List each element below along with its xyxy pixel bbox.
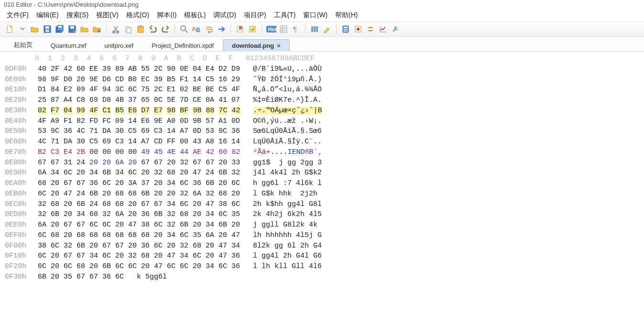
folder-button[interactable] [79, 24, 90, 34]
hex-bytes[interactable]: 32 68 20 6B 24 68 68 20 67 67 34 6C 20 4… [33, 199, 244, 210]
save-button[interactable] [42, 24, 53, 34]
hex-row[interactable]: 0EE0h 6A 20 67 67 6C 6C 20 47 38 6C 32 6… [5, 220, 639, 230]
hex-bytes[interactable]: 38 6C 32 6B 20 67 67 20 36 6C 20 32 68 2… [33, 241, 244, 251]
hex-row[interactable]: 0F10h 6C 20 67 67 34 6C 20 32 68 20 47 3… [5, 251, 639, 261]
para-button[interactable]: ¶ [291, 24, 301, 34]
hex-row[interactable]: 0E40h 4F A9 F1 82 FD FC 09 14 E6 9E A0 0… [5, 116, 639, 127]
hex-row[interactable]: 0F30h 6B 20 35 67 67 36 6C k 5gg6l [5, 272, 639, 282]
tab-3[interactable]: Project_Definition.xpdf [142, 39, 223, 52]
hex-ascii[interactable]: l G$k hhk 2j2h [253, 189, 322, 199]
tab-0[interactable]: 起始页 [5, 38, 42, 52]
hex-ascii[interactable]: @/B`î9‰«U,...äÒÙ [253, 64, 322, 75]
hex-ascii[interactable]: gg1$ j gg 2gg 3 [253, 158, 322, 168]
hex-ascii[interactable]: k 5gg6l [137, 272, 167, 282]
bookmarknav-button[interactable] [247, 24, 258, 34]
hex-row[interactable]: 0ED0h 32 6B 20 34 68 32 6A 20 36 6B 32 6… [5, 209, 639, 220]
menu-project[interactable]: 项目(P) [244, 11, 266, 20]
hex-ascii[interactable]: lh hhhhhh 4l5j G [253, 230, 322, 241]
hex-row[interactable]: 0E20h 25 87 A4 C8 69 D8 4B 37 65 0C 5E 7… [5, 95, 639, 106]
hex-row[interactable]: 0F00h 38 6C 32 6B 20 67 67 20 36 6C 20 3… [5, 241, 639, 251]
hex-ascii[interactable]: j4l 4k4l 2h G$k2 [253, 168, 322, 178]
hex-ascii[interactable]: %‡¤ÈiØK7e.^}Î.A. [253, 95, 322, 106]
hex-ascii[interactable]: LqÚ0ÅiÃ.§Íÿ.C¨.. [253, 137, 322, 147]
hex-ascii[interactable]: h gg6l :7 4l6k l [253, 178, 322, 189]
saveas-button[interactable] [67, 24, 77, 34]
record-button[interactable] [353, 24, 363, 34]
tab-1[interactable]: Quantum.zef [42, 39, 95, 52]
hex-bytes[interactable]: 4C 71 DA 30 C5 69 C3 14 A7 CD FF 00 43 A… [33, 137, 244, 147]
chevron-button[interactable] [17, 24, 28, 34]
hex-row[interactable]: 0E30h 02 F7 04 99 4F C1 B5 E6 D7 E7 98 B… [5, 106, 639, 116]
hex-ascii[interactable]: l lh kll Gll 4l6 [253, 261, 322, 272]
tab-2[interactable]: unitpro.xef [95, 39, 142, 52]
wrap-button[interactable] [204, 24, 214, 34]
findreplace-button[interactable]: AB [191, 24, 202, 34]
cut-button[interactable] [110, 24, 121, 34]
hex-row[interactable]: 0E90h 6A 34 6C 20 34 6B 34 6C 20 32 68 2… [5, 168, 639, 178]
new-button[interactable] [5, 24, 15, 34]
find-button[interactable] [179, 24, 189, 34]
tab-4[interactable]: download.png× [223, 39, 290, 52]
menu-edit[interactable]: 编辑(E) [36, 11, 59, 20]
hex-bytes[interactable]: 6C 68 20 68 68 68 68 68 68 20 34 6C 35 6… [33, 230, 244, 241]
calc-button[interactable] [340, 24, 351, 34]
hex-row[interactable]: 0DF0h 40 2F 42 60 EE 39 89 AB 55 2C 90 0… [5, 64, 639, 75]
hex-row[interactable]: 0E70h B2 C3 E4 2B 00 00 00 00 49 45 4E 4… [5, 147, 639, 158]
hex-ascii[interactable]: Sœ6LqÚ0ÅiÃ.§.Sœ6 [253, 126, 322, 137]
swap-button[interactable] [365, 24, 376, 34]
hex-ascii[interactable]: ˜ŸÐ žÖÍ°ì9µñ.Å.) [253, 75, 322, 85]
hex-ascii[interactable]: O©ñ‚ýü..æž .›W¡. [253, 116, 322, 127]
menu-window[interactable]: 窗口(W) [303, 11, 327, 20]
hex-button[interactable]: Hex [266, 24, 276, 34]
hex-bytes[interactable]: 6C 20 47 24 6B 20 68 68 6B 20 20 32 6A 3… [33, 189, 244, 199]
menu-help[interactable]: 帮助(H) [335, 11, 358, 20]
columns-button[interactable] [309, 24, 320, 34]
menu-view[interactable]: 视图(V) [96, 11, 119, 20]
hex-row[interactable]: 0E00h 98 9F D0 20 9E D6 CD B0 EC 39 B5 F… [5, 75, 639, 85]
hex-row[interactable]: 0F20h 6C 20 6C 68 20 6B 6C 6C 20 47 6C 6… [5, 261, 639, 272]
hex-bytes[interactable]: 02 F7 04 99 4F C1 B5 E6 D7 E7 98 BF 9B 8… [33, 106, 245, 116]
hex-bytes[interactable]: 98 9F D0 20 9E D6 CD B0 EC 39 B5 F1 14 C… [33, 75, 244, 85]
hex-row[interactable]: 0E80h 67 67 31 24 20 20 6A 20 67 67 20 3… [5, 158, 639, 168]
hex-view[interactable]: 0 1 2 3 4 5 6 7 8 9 A B C D E F 01234567… [0, 52, 644, 287]
hex-bytes[interactable]: 6A 34 6C 20 34 6B 34 6C 20 32 68 20 47 2… [33, 168, 244, 178]
hex-ascii[interactable]: Ñ„â.O”<lu,á.¾¾ÅO [253, 85, 322, 95]
menu-file[interactable]: 文件(F) [7, 11, 29, 20]
hex-row[interactable]: 0EC0h 32 68 20 6B 24 68 68 20 67 67 34 6… [5, 199, 639, 210]
hex-bytes[interactable]: 67 67 31 24 20 20 6A 20 67 67 20 32 67 6… [33, 158, 244, 168]
hex-bytes[interactable]: 6C 20 67 67 34 6C 20 32 68 20 47 34 6C 2… [33, 251, 244, 261]
hex-row[interactable]: 0EB0h 6C 20 47 24 6B 20 68 68 6B 20 20 3… [5, 189, 639, 199]
hex-bytes[interactable]: 25 87 A4 C8 69 D8 4B 37 65 0C 5E 7D CE 0… [33, 95, 244, 106]
hex-bytes[interactable]: 6A 20 67 67 6C 6C 20 47 38 6C 32 6B 20 3… [33, 220, 244, 230]
hex-ascii[interactable]: l gg4l 2h G4l G6 [253, 251, 322, 261]
copy-button[interactable] [123, 24, 133, 34]
hex-bytes[interactable]: B2 C3 E4 2B 00 00 00 00 49 45 4E 44 AE 4… [33, 147, 244, 158]
foldergear-button[interactable] [92, 24, 102, 34]
menu-format[interactable]: 格式(O) [126, 11, 149, 20]
redo-button[interactable] [160, 24, 171, 34]
hex-bytes[interactable]: 6B 20 35 67 67 36 6C [33, 272, 128, 282]
hex-bytes[interactable]: 40 2F 42 60 EE 39 89 AB 55 2C 90 0E 04 E… [33, 64, 244, 75]
hex-bytes[interactable]: 6C 20 6C 68 20 6B 6C 6C 20 47 6C 6C 20 3… [33, 261, 244, 272]
hex-ascii[interactable]: 8l2k gg 6l 2h G4 [253, 241, 322, 251]
hex-bytes[interactable]: D1 84 E2 09 4F 94 3C 6C 75 2C E1 02 BE B… [33, 85, 244, 95]
menu-template[interactable]: 模板(L) [184, 11, 206, 20]
hex-row[interactable]: 0E10h D1 84 E2 09 4F 94 3C 6C 75 2C E1 0… [5, 85, 639, 95]
chart-button[interactable] [378, 24, 388, 34]
tools-button[interactable] [390, 24, 401, 34]
hex-ascii[interactable]: j ggll G8l2k 4k [253, 220, 322, 230]
hex-row[interactable]: 0EA0h 68 20 67 67 36 6C 20 3A 37 20 34 6… [5, 178, 639, 189]
tab-close-icon[interactable]: × [277, 42, 281, 49]
hex-bytes[interactable]: 32 6B 20 34 68 32 6A 20 36 6B 32 68 20 3… [33, 209, 244, 220]
hex-row[interactable]: 0E60h 4C 71 DA 30 C5 69 C3 14 A7 CD FF 0… [5, 137, 639, 147]
hex-bytes[interactable]: 4F A9 F1 82 FD FC 09 14 E6 9E A0 0D 9B 5… [33, 116, 244, 127]
goto-button[interactable] [216, 24, 227, 34]
hex-row[interactable]: 0EF0h 6C 68 20 68 68 68 68 68 68 20 34 6… [5, 230, 639, 241]
paste-button[interactable] [135, 24, 146, 34]
menu-debug[interactable]: 调试(D) [213, 11, 236, 20]
undo-button[interactable] [148, 24, 158, 34]
struct-button[interactable] [278, 24, 289, 34]
menu-search[interactable]: 搜索(S) [66, 11, 89, 20]
saveall-button[interactable] [55, 24, 65, 34]
hex-row[interactable]: 0E50h 53 9C 36 4C 71 DA 30 C5 69 C3 14 A… [5, 126, 639, 137]
